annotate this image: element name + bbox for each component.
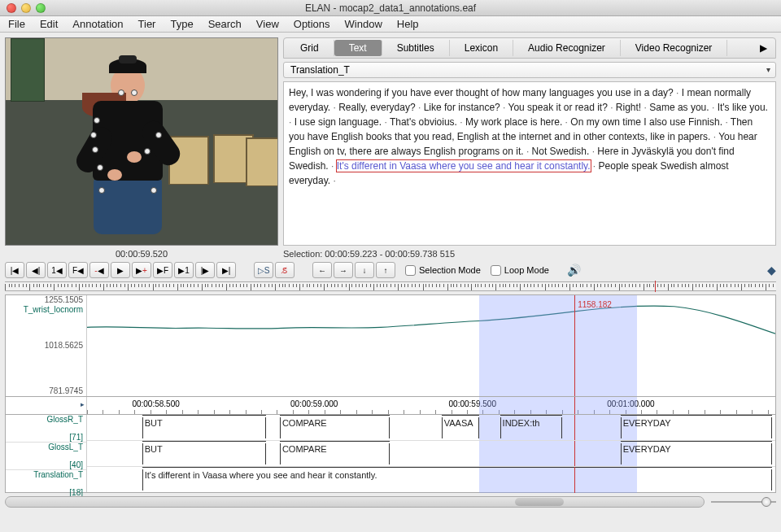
menu-options[interactable]: Options	[294, 18, 330, 30]
annotation-text: INDEX:th	[503, 418, 540, 428]
annotation-text: COMPARE	[282, 444, 327, 454]
prev-frame-f-button[interactable]: F◀	[68, 262, 88, 278]
annotation-segment[interactable]: VAASA	[442, 417, 480, 438]
text-pane[interactable]: Hey, I was wondering if you have ever th…	[283, 81, 776, 246]
tab-grid[interactable]: Grid	[286, 40, 334, 56]
menu-search[interactable]: Search	[208, 18, 242, 30]
tier-label-translation_t[interactable]: Translation_T[18]	[6, 470, 86, 497]
annotation-segment[interactable]: BUT	[142, 443, 266, 464]
annotation-segment[interactable]: COMPARE	[280, 417, 390, 438]
sentence-separator: ·	[329, 160, 337, 172]
time-ruler[interactable]: ▸ 00:00:58.50000:00:59.00000:00:59.50000…	[5, 397, 776, 415]
selection-mode-checkbox[interactable]	[405, 265, 416, 276]
scrollbar-thumb[interactable]	[515, 498, 564, 506]
sentence-separator: ·	[562, 116, 570, 128]
annotation-text: BUT	[145, 444, 163, 454]
tab-video-recognizer[interactable]: Video Recognizer	[621, 40, 728, 56]
sel-right-edge-button[interactable]: →	[334, 262, 353, 278]
next-pixel-button[interactable]: ▶+	[132, 262, 151, 278]
sentence[interactable]: I use sign language.	[295, 116, 382, 128]
next-frame-f-button[interactable]: ▶F	[153, 262, 172, 278]
menu-view[interactable]: View	[256, 18, 279, 30]
annotation-segment[interactable]: BUT	[142, 417, 266, 438]
tier-track-translation_t[interactable]: It's different in Vaasa where you see an…	[87, 467, 775, 493]
sel-left-edge-button[interactable]: ←	[312, 262, 332, 278]
menu-tier[interactable]: Tier	[138, 18, 156, 30]
tier-label-glossl_t[interactable]: GlossL_T[40]	[6, 443, 86, 470]
tier-dropdown[interactable]: Translation_T	[283, 62, 776, 78]
annotation-segment[interactable]: COMPARE	[280, 443, 390, 464]
sentence[interactable]: It's like you.	[718, 102, 768, 113]
y-tick-bot: 781.9745	[49, 386, 83, 395]
sentence[interactable]: It's different in Vaasa where you see an…	[337, 160, 591, 172]
video-preview[interactable]	[5, 37, 278, 246]
sentence[interactable]: You speak it or read it?	[508, 102, 608, 113]
annotation-text: BUT	[145, 418, 163, 428]
annotation-segment[interactable]: EVERYDAY	[621, 417, 772, 438]
tab-overflow-button[interactable]: ▶	[753, 42, 774, 54]
annotation-segment[interactable]: EVERYDAY	[621, 443, 772, 464]
sentence-separator: ·	[709, 102, 718, 113]
prev-scroll-button[interactable]: ◀|	[26, 262, 46, 278]
sentence[interactable]: Not Swedish.	[532, 146, 590, 157]
menu-edit[interactable]: Edit	[40, 18, 58, 30]
ruler-collapse-icon[interactable]: ▸	[81, 400, 85, 408]
sel-down-button[interactable]: ↓	[355, 262, 374, 278]
sentence[interactable]: On my own time I also use Finnish.	[570, 116, 722, 128]
zoom-knob[interactable]	[761, 497, 771, 507]
sentence-separator: ·	[500, 102, 508, 113]
tab-text[interactable]: Text	[334, 40, 382, 56]
sel-up-button[interactable]: ↑	[376, 262, 395, 278]
tabbar: GridTextSubtitlesLexiconAudio Recognizer…	[283, 37, 776, 59]
sentence[interactable]: That's obvioius.	[390, 116, 457, 128]
prev-sec-button[interactable]: 1◀	[47, 262, 67, 278]
volume-icon[interactable]: 🔊	[567, 264, 581, 277]
waveform-plot[interactable]: 1158.182	[87, 295, 775, 396]
tab-lexicon[interactable]: Lexicon	[450, 40, 513, 56]
clear-selection-button[interactable]: S̸	[275, 262, 295, 278]
loop-mode-checkbox[interactable]	[491, 265, 501, 276]
sentence[interactable]: Hey, I was wondering if you have ever th…	[289, 87, 674, 98]
playback-controls: |◀ ◀| 1◀ F◀ -◀ ▶ ▶+ ▶F ▶1 |▶ ▶| ▷S S̸ ← …	[0, 262, 781, 278]
sentence-separator: ·	[330, 102, 338, 113]
prev-pixel-button[interactable]: -◀	[89, 262, 109, 278]
sentence[interactable]: Really, everyday?	[338, 102, 416, 113]
titlebar: ELAN - mocap2_data1_annotations.eaf	[0, 0, 781, 16]
detach-viewer-icon[interactable]: ◆	[767, 264, 776, 277]
tab-audio-recognizer[interactable]: Audio Recognizer	[513, 40, 621, 56]
sentence[interactable]: My work place is here.	[465, 116, 562, 128]
tier-track-glossl_t[interactable]: BUTCOMPAREEVERYDAY	[87, 441, 775, 467]
annotation-segment[interactable]: INDEX:th	[500, 417, 562, 438]
density-ruler[interactable]	[5, 281, 776, 291]
sentence[interactable]: Right!	[616, 102, 641, 113]
sentence-separator: ·	[722, 116, 731, 128]
time-label: 00:00:58.500	[132, 399, 179, 408]
sentence[interactable]: Like for instance?	[424, 102, 500, 113]
menu-annotation[interactable]: Annotation	[72, 18, 123, 30]
sentence-separator: ·	[416, 102, 424, 113]
waveform-panel[interactable]: T_wrist_locnorm 1255.1505 1018.5625 781.…	[5, 294, 776, 397]
loop-mode-label: Loop Mode	[504, 265, 549, 275]
sentence[interactable]: Same as you.	[649, 102, 709, 113]
y-tick-mid: 1018.5625	[45, 341, 83, 350]
go-end-button[interactable]: ▶|	[216, 262, 236, 278]
annotation-segment[interactable]: It's different in Vaasa where you see an…	[142, 469, 772, 491]
tab-subtitles[interactable]: Subtitles	[382, 40, 450, 56]
selection-info: Selection: 00:00:59.223 - 00:00:59.738 5…	[283, 246, 776, 260]
menu-type[interactable]: Type	[170, 18, 193, 30]
annotation-text: COMPARE	[282, 418, 327, 428]
menu-help[interactable]: Help	[397, 18, 419, 30]
horizontal-scrollbar[interactable]	[5, 496, 705, 508]
y-tick-top: 1255.1505	[45, 295, 83, 304]
next-sec-button[interactable]: ▶1	[174, 262, 194, 278]
menu-file[interactable]: File	[8, 18, 25, 30]
zoom-slider[interactable]	[711, 497, 776, 507]
play-selection-button[interactable]: ▷S	[254, 262, 273, 278]
tier-label-glossr_t[interactable]: GlossR_T[71]	[6, 415, 86, 443]
menu-window[interactable]: Window	[345, 18, 382, 30]
next-scroll-button[interactable]: |▶	[195, 262, 215, 278]
play-button[interactable]: ▶	[111, 262, 130, 278]
annotation-text: EVERYDAY	[623, 418, 671, 428]
tier-track-glossr_t[interactable]: BUTCOMPAREVAASAINDEX:thEVERYDAY	[87, 415, 775, 441]
go-start-button[interactable]: |◀	[5, 262, 24, 278]
